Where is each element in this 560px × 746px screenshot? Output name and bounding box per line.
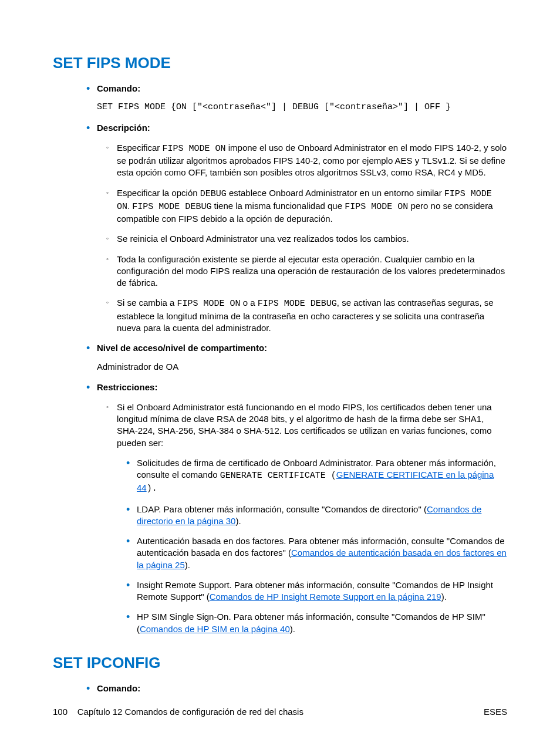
footer-left: 100 Capítulo 12 Comandos de configuració… xyxy=(53,706,303,718)
descripcion-item: Descripción: Especificar FIPS MODE ON im… xyxy=(97,122,507,335)
restricciones-item: Restricciones: Si el Onboard Administrat… xyxy=(97,382,507,635)
section2-comando-label: Comando: xyxy=(97,683,140,693)
descripcion-sublist: Especificar FIPS MODE ON impone el uso d… xyxy=(97,142,507,334)
desc-item-4: Toda la configuración existente se pierd… xyxy=(117,254,507,289)
link-comandos-hp-sim[interactable]: Comandos de HP SIM en la página 40 xyxy=(140,624,290,634)
footer-right: ESES xyxy=(484,706,507,718)
link-comandos-insight-remote[interactable]: Comandos de HP Insight Remote Support en… xyxy=(210,592,441,602)
section2-comando-item: Comando: xyxy=(97,683,507,694)
restricciones-sublist: Si el Onboard Administrator está funcion… xyxy=(97,401,507,635)
section2-list: Comando: xyxy=(53,683,507,694)
nivel-item: Nivel de acceso/nivel de compartimento: … xyxy=(97,342,507,373)
nivel-label: Nivel de acceso/nivel de compartimento: xyxy=(97,343,267,353)
nivel-value: Administrador de OA xyxy=(97,361,507,373)
section-title-set-ipconfig: SET IPCONFIG xyxy=(53,653,507,673)
desc-item-2: Especificar la opción DEBUG establece On… xyxy=(117,187,507,225)
desc-item-3: Se reinicia el Onboard Administrator una… xyxy=(117,233,507,245)
document-page: SET FIPS MODE Comando: SET FIPS MODE {ON… xyxy=(0,0,560,746)
desc-item-1: Especificar FIPS MODE ON impone el uso d… xyxy=(117,142,507,179)
comando-code: SET FIPS MODE {ON ["<contraseña<"] | DEB… xyxy=(97,102,507,113)
rest-func-2: LDAP. Para obtener más información, cons… xyxy=(137,504,507,528)
desc-item-5: Si se cambia a FIPS MODE ON o a FIPS MOD… xyxy=(117,297,507,334)
section1-list: Comando: SET FIPS MODE {ON ["<contraseña… xyxy=(53,83,507,635)
section-title-set-fips-mode: SET FIPS MODE xyxy=(53,53,507,73)
footer-chapter: Capítulo 12 Comandos de configuración de… xyxy=(77,707,303,717)
comando-item: Comando: SET FIPS MODE {ON ["<contraseña… xyxy=(97,83,507,114)
footer-page-number: 100 xyxy=(53,707,68,717)
page-footer: 100 Capítulo 12 Comandos de configuració… xyxy=(53,706,507,718)
comando-label: Comando: xyxy=(97,83,140,93)
rest-func-5: HP SIM Single Sign-On. Para obtener más … xyxy=(137,611,507,635)
rest-func-3: Autenticación basada en dos factores. Pa… xyxy=(137,535,507,571)
descripcion-label: Descripción: xyxy=(97,123,150,133)
rest-intro-item: Si el Onboard Administrator está funcion… xyxy=(117,401,507,635)
restricciones-label: Restricciones: xyxy=(97,382,157,392)
rest-func-4: Insight Remote Support. Para obtener más… xyxy=(137,579,507,603)
restricciones-funcs-list: Solicitudes de firma de certificado de O… xyxy=(117,457,507,635)
rest-func-1: Solicitudes de firma de certificado de O… xyxy=(137,457,507,495)
